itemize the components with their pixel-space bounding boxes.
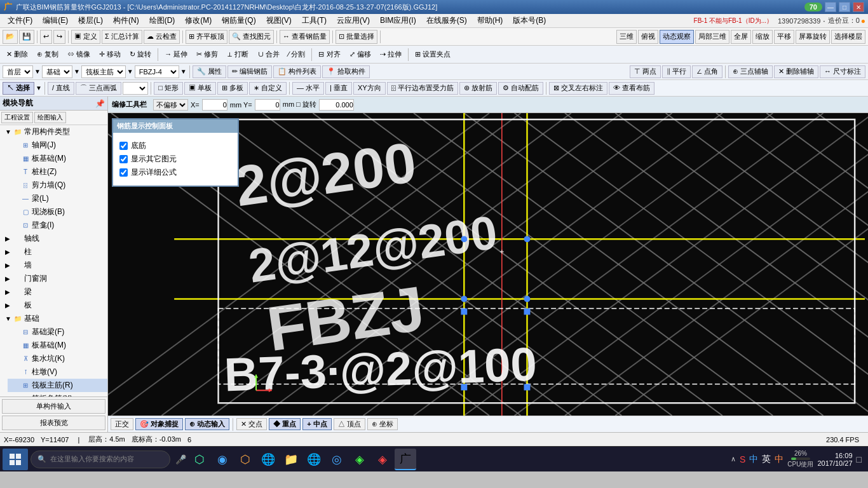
tree-common-types[interactable]: ▼ 📁 常用构件类型 [0,125,107,139]
menu-help[interactable]: 帮助(H) [472,14,508,27]
menu-bim[interactable]: BIM应用(I) [375,14,421,27]
menu-version[interactable]: 版本号(B) [508,14,551,27]
tree-sump[interactable]: ⊼集水坑(K) [8,352,107,365]
snap-ortho[interactable]: 正交 [111,418,133,430]
tb-top-view[interactable]: 俯视 [638,30,658,44]
menu-edit[interactable]: 编辑(E) [37,14,73,27]
start-button[interactable] [3,449,28,470]
tree-raft-main[interactable]: ⊞筏板主筋(R) [8,379,107,392]
tree-foundation[interactable]: ▼ 📁 基础 [0,312,107,325]
show-other-checkbox[interactable] [119,155,128,163]
canvas-area[interactable]: 2@200 2@12@200 B7-3·@2@100 FBZJ [108,113,868,416]
tb-find[interactable]: 🔍 查找图元 [229,30,274,44]
layer-clamp-btn[interactable]: ⊞ 设置夹点 [411,50,454,59]
taskbar-icon-2[interactable]: ◉ [212,449,233,470]
snap-midpoint[interactable]: ◆ 重点 [269,418,301,430]
tree-wall[interactable]: ▶墙 [0,259,107,272]
draw-arc-select[interactable] [123,82,148,95]
offset-mode-select[interactable]: 不偏移 [153,99,188,111]
sub-pickup-btn[interactable]: 📍 拾取构件 [322,65,370,78]
section-select[interactable]: 基础 [42,65,72,78]
draw-single-btn[interactable]: ▣ 单板 [184,82,216,95]
menu-rebar-qty[interactable]: 钢筋量(Q) [217,14,261,27]
menu-file[interactable]: 文件(F) [3,14,37,27]
draw-line-btn[interactable]: / 直线 [48,82,74,95]
tb-view-rebar[interactable]: ↔ 查看钢筋量 [280,30,330,44]
tray-up-icon[interactable]: ∧ [731,455,736,463]
menu-floor[interactable]: 楼层(L) [73,14,108,27]
sidebar-pin-icon[interactable]: 📌 [95,99,105,108]
tray-s-icon[interactable]: S [740,454,745,464]
sub-properties-btn[interactable]: 🔧 属性 [193,65,226,78]
taskbar-icon-1[interactable]: ⬡ [189,449,210,470]
sidebar-tool-1[interactable]: 工程设置 [1,112,33,123]
menu-online[interactable]: 在线服务(S) [421,14,472,27]
tree-niche[interactable]: ⊡壁龛(I) [8,219,107,232]
menu-modify[interactable]: 修改(M) [180,14,217,27]
tb-pan[interactable]: 平移 [774,30,794,44]
draw-auto-btn[interactable]: ⚙ 自动配筋 [498,82,543,95]
draw-multi-btn[interactable]: ⊞ 多板 [217,82,248,95]
tree-raft-neg[interactable]: ⊟筏板负筋(X) [8,392,107,396]
draw-parallel-edge-btn[interactable]: ⌹ 平行边布置受力筋 [387,82,458,95]
menu-draw[interactable]: 绘图(D) [144,14,180,27]
tree-slab[interactable]: ▶板 [0,299,107,312]
floor-select[interactable]: 首层 [3,65,33,78]
draw-vert-btn[interactable]: | 垂直 [325,82,352,95]
maximize-button[interactable]: □ [839,2,850,12]
show-formula-checkbox[interactable] [119,168,128,177]
close-button[interactable]: ✕ [853,2,864,12]
tree-axis[interactable]: ▶轴线 [0,232,107,245]
taskbar-active-app[interactable]: 广 [395,449,416,470]
layer-move-btn[interactable]: ✛ 移动 [95,50,125,59]
draw-select-btn[interactable]: ↖ 选择 [3,82,34,95]
layer-mirror-btn[interactable]: ⇔ 镜像 [64,50,94,59]
layer-extend-btn[interactable]: → 延伸 [161,50,191,59]
tb-save[interactable]: 💾 [19,30,34,44]
sub-del-axis-btn[interactable]: ✕ 删除辅轴 [774,65,818,78]
taskbar-icon-5[interactable]: 📁 [280,449,302,470]
tb-flatten[interactable]: ⊞ 齐平板顶 [186,30,227,44]
tb-open[interactable]: 📂 [3,30,18,44]
tray-input-icon[interactable]: 英 [762,454,771,465]
menu-cloud[interactable]: 云应用(V) [332,14,375,27]
layer-split-btn[interactable]: ∕ 分割 [285,50,309,59]
tree-doorwindow[interactable]: ▶门窗洞 [0,272,107,285]
tray-cn2-icon[interactable]: 中 [775,454,783,465]
tb-fullscreen[interactable]: 全屏 [731,30,751,44]
mic-icon[interactable]: 🎤 [175,454,186,464]
tree-found-slab[interactable]: ▦板基础(M) [8,339,107,352]
single-component-btn[interactable]: 单构件输入 [2,399,105,414]
tb-cloud-check[interactable]: ☁ 云检查 [144,30,180,44]
snap-center[interactable]: + 中点 [302,418,331,430]
taskbar-icon-7[interactable]: ◎ [326,449,348,470]
snap-coord[interactable]: ⊕ 坐标 [367,418,398,430]
tb-dynamic-view[interactable]: 动态观察 [660,30,694,44]
x-input[interactable] [202,99,227,111]
draw-view-rebar-btn[interactable]: 👁 查看布筋 [609,82,654,95]
tree-pile-column[interactable]: T桩柱(Z) [8,165,107,179]
sub-parallel-btn[interactable]: ∥ 平行 [662,65,691,78]
taskbar-icon-4[interactable]: 🌐 [257,449,279,470]
tb-define[interactable]: ▣ 定义 [71,30,100,44]
minimize-button[interactable]: — [825,2,836,12]
layer-offset-btn[interactable]: ⤢ 偏移 [346,50,375,59]
rebar-check-show-other[interactable]: 显示其它图元 [119,154,231,165]
layer-copy-btn[interactable]: ⊕ 复制 [33,50,62,59]
tree-found-beam[interactable]: ⊟基础梁(F) [8,325,107,339]
tree-column-pier[interactable]: ⊺柱墩(V) [8,365,107,379]
draw-xy-btn[interactable]: XY方向 [353,82,386,95]
tb-local-3d[interactable]: 局部三维 [695,30,729,44]
taskbar-search[interactable]: 🔍 在这里输入你要搜索的内容 [31,451,170,468]
taskbar-icon-9[interactable]: ◈ [372,449,393,470]
rebar-check-show-formula[interactable]: 显示详细公式 [119,167,231,178]
rebar-type-select[interactable]: 筏板主筋 [81,65,126,78]
bottom-rebar-checkbox[interactable] [119,142,128,150]
snap-intersect[interactable]: ✕ 交点 [236,418,267,430]
tray-time[interactable]: 16:09 2017/10/27 [817,452,852,467]
tb-redo[interactable]: ↪ [53,30,65,44]
tb-sum[interactable]: Σ 汇总计算 [102,30,142,44]
y-input[interactable] [255,99,280,111]
sub-angle-btn[interactable]: ∠ 点角 [692,65,722,78]
snap-object[interactable]: 🎯 对象捕捉 [135,418,183,430]
